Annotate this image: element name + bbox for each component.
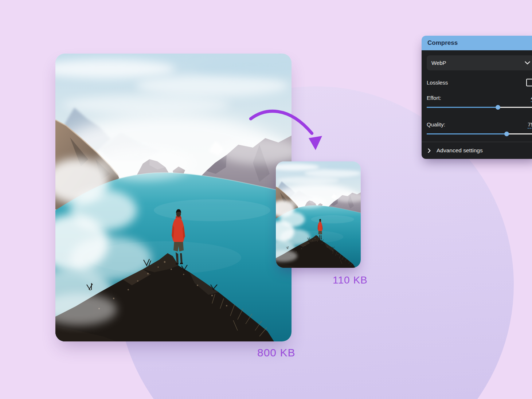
original-size-label: 800 KB — [257, 347, 295, 359]
effort-slider-fill — [427, 107, 498, 108]
quality-slider-fill — [427, 133, 507, 134]
effort-slider[interactable] — [427, 105, 532, 110]
panel-body: WebP Lossless Effort: 4 Quality: 75 — [422, 50, 532, 159]
quality-slider-thumb[interactable] — [504, 132, 509, 136]
lossless-checkbox[interactable] — [526, 79, 532, 86]
quality-label: Quality: — [427, 121, 445, 128]
effort-value[interactable]: 4 — [531, 95, 532, 102]
advanced-settings-label: Advanced settings — [437, 147, 483, 154]
effort-label: Effort: — [427, 95, 441, 101]
effort-slider-thumb[interactable] — [496, 105, 500, 110]
page-background: 800 KB 110 KB Compress WebP Lossless Eff… — [0, 0, 532, 399]
compression-arrow-icon — [237, 98, 332, 157]
format-select-value: WebP — [431, 60, 525, 66]
compressed-size-label: 110 KB — [333, 274, 368, 286]
format-select[interactable]: WebP — [427, 55, 532, 70]
compressed-image-card — [276, 161, 361, 268]
lossless-label: Lossless — [427, 79, 448, 86]
advanced-settings-toggle[interactable]: Advanced settings — [422, 142, 532, 159]
chevron-right-icon — [428, 148, 431, 153]
quality-slider[interactable] — [427, 132, 532, 136]
original-photo — [55, 54, 292, 341]
quality-value[interactable]: 75 — [528, 121, 532, 129]
compress-panel: Compress WebP Lossless Effort: 4 Quality… — [422, 36, 532, 159]
compressed-photo — [276, 161, 361, 268]
chevron-down-icon — [525, 61, 530, 65]
panel-title: Compress — [422, 36, 532, 50]
original-image-card — [55, 54, 292, 341]
